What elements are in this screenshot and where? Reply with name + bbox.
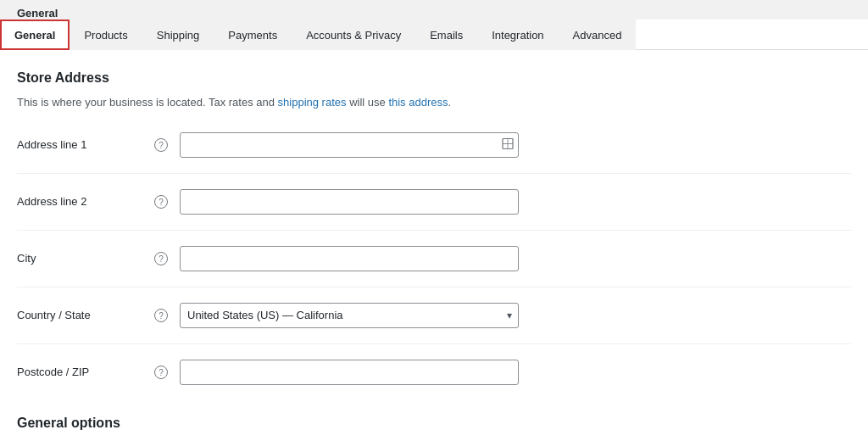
help-icon-postcode[interactable]: ? <box>153 366 170 379</box>
input-address2[interactable] <box>180 189 519 215</box>
address-form: Address line 1?Address line 2?City?Count… <box>17 132 851 400</box>
page-title-bar: General <box>0 0 868 20</box>
svg-text:?: ? <box>159 254 164 264</box>
store-address-title: Store Address <box>17 70 851 86</box>
tab-products[interactable]: Products <box>70 20 142 50</box>
input-address1[interactable] <box>180 132 519 158</box>
tab-advanced[interactable]: Advanced <box>559 20 637 50</box>
control-city <box>180 246 519 271</box>
help-icon-city[interactable]: ? <box>153 252 170 265</box>
tab-shipping[interactable]: Shipping <box>142 20 214 50</box>
control-country: United States (US) — California▾ <box>180 303 519 328</box>
tab-emails[interactable]: Emails <box>415 20 477 50</box>
desc-end: . <box>448 96 451 109</box>
label-address2: Address line 2 <box>17 195 153 208</box>
label-address1: Address line 1 <box>17 138 153 151</box>
store-address-desc: This is where your business is located. … <box>17 94 851 112</box>
label-country: Country / State <box>17 309 153 321</box>
svg-text:?: ? <box>159 198 164 207</box>
tab-payments[interactable]: Payments <box>214 20 292 50</box>
form-row-postcode: Postcode / ZIP? <box>17 360 851 400</box>
control-address2 <box>180 189 519 215</box>
input-city[interactable] <box>180 246 519 271</box>
tab-accounts-privacy[interactable]: Accounts & Privacy <box>292 20 415 50</box>
control-postcode <box>180 360 519 385</box>
control-address1 <box>180 132 519 158</box>
desc-shipping-link[interactable]: shipping rates <box>278 96 347 109</box>
label-city: City <box>17 252 153 265</box>
select-country[interactable]: United States (US) — California <box>180 303 519 328</box>
locate-icon[interactable] <box>502 137 514 152</box>
help-icon-address1[interactable]: ? <box>153 138 170 152</box>
svg-text:?: ? <box>159 311 164 321</box>
svg-text:?: ? <box>159 141 164 150</box>
general-options-section: General options <box>17 416 851 431</box>
address1-wrapper <box>180 132 519 158</box>
tab-general[interactable]: General <box>0 20 70 50</box>
help-icon-country[interactable]: ? <box>153 309 170 322</box>
label-postcode: Postcode / ZIP <box>17 366 153 378</box>
help-icon-address2[interactable]: ? <box>153 195 170 209</box>
general-options-title: General options <box>17 416 851 431</box>
desc-suffix: will use <box>347 96 389 109</box>
desc-prefix: This is where your business is located. … <box>17 96 278 109</box>
page-title: General <box>17 7 58 20</box>
desc-address-link[interactable]: this address <box>388 96 448 109</box>
form-row-country: Country / State?United States (US) — Cal… <box>17 303 851 344</box>
form-row-address2: Address line 2? <box>17 189 851 231</box>
svg-text:?: ? <box>159 368 164 377</box>
input-postcode[interactable] <box>180 360 519 385</box>
form-row-address1: Address line 1? <box>17 132 851 174</box>
tabs-nav: GeneralProductsShippingPaymentsAccounts … <box>0 20 868 50</box>
content-area: Store Address This is where your busines… <box>0 50 868 441</box>
store-address-section: Store Address This is where your busines… <box>17 70 851 400</box>
tab-integration[interactable]: Integration <box>477 20 558 50</box>
select-wrapper-country: United States (US) — California▾ <box>180 303 519 328</box>
form-row-city: City? <box>17 246 851 287</box>
